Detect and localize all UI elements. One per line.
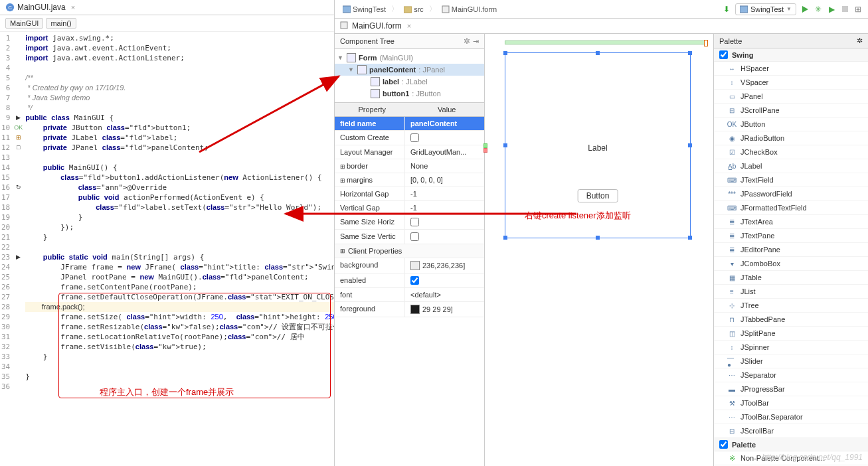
code-area[interactable]: import javax.swing.*; import java.awt.ev…: [23, 32, 334, 466]
label-icon: A̲b: [727, 161, 737, 171]
palette-group-check[interactable]: [719, 440, 728, 449]
resize-handle[interactable]: [704, 40, 708, 46]
swing-group-check[interactable]: [719, 50, 728, 59]
prop-checkbox[interactable]: [410, 276, 419, 285]
prop-row[interactable]: foreground29 29 29]: [335, 302, 484, 317]
palette-item[interactable]: ⊓ JTabbedPane: [714, 313, 868, 327]
properties-table[interactable]: Property Value field namepanelContentCus…: [335, 102, 484, 466]
palette-item[interactable]: ↕ JSpinner: [714, 341, 868, 354]
prop-row[interactable]: Same Size Vertic: [335, 230, 484, 244]
chevron-icon[interactable]: ▼: [337, 54, 344, 61]
panel-icon: [357, 65, 367, 74]
breadcrumb-method[interactable]: main(): [46, 18, 76, 29]
area-icon: ≣: [727, 217, 737, 226]
prop-row[interactable]: font<default>: [335, 288, 484, 302]
palette-item[interactable]: ▾ JComboBox: [714, 257, 868, 271]
palette-item[interactable]: ▦ JTable: [714, 271, 868, 285]
run-configuration[interactable]: SwingTest ▼: [735, 3, 796, 15]
form-canvas[interactable]: Label Button 右键create listener添加监听: [485, 34, 714, 466]
run-icon[interactable]: [800, 5, 810, 14]
palette-item[interactable]: ◫ JSplitPane: [714, 327, 868, 341]
component-tree[interactable]: ▼ Form (MainGUI) ▼ panelContent : JPanel…: [335, 49, 484, 102]
palette-item[interactable]: ⊟ JScrollBar: [714, 424, 868, 438]
prop-checkbox[interactable]: [410, 232, 419, 241]
palette-item[interactable]: ⊹ JTree: [714, 299, 868, 313]
palette-item[interactable]: ⊟ JScrollPane: [714, 104, 868, 117]
structure-icon[interactable]: ⊞: [853, 5, 863, 14]
palette-header: Palette ✲: [714, 34, 868, 48]
palette-item[interactable]: —● JSlider: [714, 354, 868, 368]
palette-item[interactable]: ↔ HSpacer: [714, 62, 868, 76]
palette-item[interactable]: *** JPasswordField: [714, 187, 868, 201]
tree-row[interactable]: button1 : JButton: [335, 88, 484, 100]
crumb-project[interactable]: SwingTest: [340, 5, 389, 14]
palette-item[interactable]: ≣ JTextPane: [714, 229, 868, 243]
palette-item[interactable]: ≣ JEditorPane: [714, 243, 868, 257]
prop-row[interactable]: Custom Create: [335, 131, 484, 145]
design-label[interactable]: Label: [588, 143, 607, 153]
prop-row[interactable]: Horizontal Gap-1: [335, 187, 484, 201]
gear-icon[interactable]: ✲: [464, 37, 470, 46]
palette-panel: Palette ✲ Swing ↔ HSpacer ↕ VSpacer ▭ JP…: [714, 34, 868, 466]
coverage-icon[interactable]: ▶: [827, 5, 836, 14]
prop-group[interactable]: ⊞ Client Properties: [335, 244, 484, 258]
prop-row[interactable]: Layout ManagerGridLayoutMan...: [335, 145, 484, 159]
palette-group-swing[interactable]: Swing: [714, 48, 868, 62]
tree-row[interactable]: label : JLabel: [335, 76, 484, 88]
palette-item[interactable]: ⋯ JSeparator: [714, 368, 868, 382]
tree-row[interactable]: ▼ Form (MainGUI): [335, 52, 484, 64]
editor-tab[interactable]: C MainGUI.java ×: [0, 0, 334, 15]
palette-item[interactable]: A̲b JLabel: [714, 159, 868, 173]
palette-item[interactable]: ⋯ JToolBar.Separator: [714, 410, 868, 424]
code-editor[interactable]: 1 2 3 4 5 6 7 8 9 10 11 12 13 14 15 16 1…: [0, 32, 334, 466]
palette-item[interactable]: ⌨ JTextField: [714, 173, 868, 187]
slider-icon: —●: [727, 356, 737, 366]
palette-item[interactable]: ☑ JCheckBox: [714, 145, 868, 159]
prop-row[interactable]: background236,236,236]: [335, 258, 484, 273]
class-icon: C: [5, 3, 15, 12]
prop-row[interactable]: ⊞borderNone: [335, 159, 484, 173]
form-tab[interactable]: MainGUI.form ×: [335, 19, 868, 34]
prop-row[interactable]: Vertical Gap-1: [335, 201, 484, 215]
tree-row[interactable]: ▼ panelContent : JPanel: [335, 64, 484, 76]
stop-icon[interactable]: [840, 5, 849, 14]
crumb-src[interactable]: src: [401, 5, 426, 14]
design-button[interactable]: Button: [578, 189, 618, 202]
tool-icon: ⚒: [727, 398, 737, 408]
prop-checkbox[interactable]: [410, 218, 419, 226]
prop-checkbox[interactable]: [410, 133, 419, 142]
prop-row[interactable]: ⊞margins[0, 0, 0, 0]: [335, 173, 484, 187]
chevron-icon[interactable]: ▼: [348, 66, 355, 73]
palette-item[interactable]: ◉ JRadioButton: [714, 131, 868, 145]
prop-field-name[interactable]: field namepanelContent: [335, 117, 484, 131]
close-icon[interactable]: ×: [407, 22, 411, 30]
make-icon[interactable]: ⬇: [722, 5, 731, 14]
palette-item[interactable]: ▭ JPanel: [714, 90, 868, 104]
collapse-icon[interactable]: ⇥: [473, 37, 479, 46]
scroll-icon: ⊟: [727, 106, 737, 115]
svg-rect-7: [842, 6, 848, 12]
palette-item[interactable]: ⌨ JFormattedTextField: [714, 201, 868, 215]
form-bounds[interactable]: [505, 40, 707, 44]
close-icon[interactable]: ×: [71, 3, 75, 11]
canvas-marker: [483, 148, 487, 153]
debug-icon[interactable]: ✳: [814, 5, 823, 14]
palette-group-palette[interactable]: Palette: [714, 438, 868, 451]
svg-marker-6: [802, 6, 808, 13]
scroll-icon: ⊟: [727, 426, 737, 435]
palette-item[interactable]: ▬ JProgressBar: [714, 382, 868, 396]
crumb-file[interactable]: MainGUI.form: [439, 5, 499, 14]
radio-icon: ◉: [727, 133, 737, 143]
form-icon: [347, 53, 356, 62]
breadcrumb-class[interactable]: MainGUI: [5, 18, 43, 29]
palette-item[interactable]: ↕ VSpacer: [714, 76, 868, 90]
palette-item[interactable]: ≣ JTextArea: [714, 215, 868, 229]
svg-rect-3: [404, 7, 412, 13]
prop-row[interactable]: enabled: [335, 273, 484, 288]
prop-row[interactable]: Same Size Horiz: [335, 215, 484, 230]
combo-icon: ▾: [727, 259, 737, 268]
palette-item[interactable]: ⚒ JToolBar: [714, 396, 868, 410]
gear-icon[interactable]: ✲: [857, 37, 863, 45]
palette-item[interactable]: OK JButton: [714, 117, 868, 131]
palette-item[interactable]: ≡ JList: [714, 285, 868, 299]
